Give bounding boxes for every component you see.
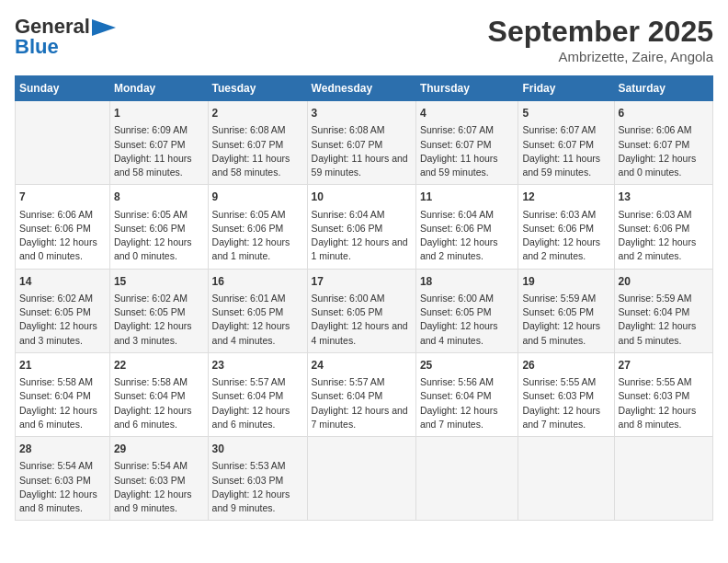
sunrise: Sunrise: 6:07 AM [420, 124, 494, 135]
calendar-cell: 8Sunrise: 6:05 AMSunset: 6:06 PMDaylight… [109, 185, 208, 269]
title-block: September 2025 Ambrizette, Zaire, Angola [488, 15, 713, 64]
calendar-cell: 7Sunrise: 6:06 AMSunset: 6:06 PMDaylight… [16, 185, 110, 269]
sunrise: Sunrise: 5:57 AM [212, 376, 286, 387]
calendar-cell: 19Sunrise: 5:59 AMSunset: 6:05 PMDayligh… [518, 269, 614, 352]
day-number: 24 [312, 358, 412, 373]
sunrise: Sunrise: 6:01 AM [212, 293, 286, 304]
day-number: 19 [522, 274, 609, 290]
daylight: Daylight: 11 hours and 59 minutes. [522, 153, 600, 178]
daylight: Daylight: 12 hours and 3 minutes. [19, 320, 97, 345]
calendar-cell: 21Sunrise: 5:58 AMSunset: 6:04 PMDayligh… [16, 352, 110, 436]
sunrise: Sunrise: 6:06 AM [19, 209, 93, 220]
sunset: Sunset: 6:03 PM [114, 475, 186, 486]
sunset: Sunset: 6:06 PM [19, 223, 91, 234]
sunset: Sunset: 6:03 PM [522, 390, 594, 401]
header-monday: Monday [109, 76, 208, 101]
sunrise: Sunrise: 6:03 AM [522, 209, 596, 220]
day-number: 2 [212, 106, 303, 121]
calendar-cell: 24Sunrise: 5:57 AMSunset: 6:04 PMDayligh… [307, 352, 415, 436]
daylight: Daylight: 12 hours and 2 minutes. [420, 236, 498, 261]
sunset: Sunset: 6:04 PM [114, 390, 186, 401]
calendar-cell: 15Sunrise: 6:02 AMSunset: 6:05 PMDayligh… [109, 269, 208, 352]
sunset: Sunset: 6:03 PM [619, 390, 690, 401]
day-number: 11 [420, 190, 514, 205]
calendar-cell: 5Sunrise: 6:07 AMSunset: 6:07 PMDaylight… [518, 101, 614, 185]
sunset: Sunset: 6:07 PM [114, 139, 186, 150]
calendar-cell: 2Sunrise: 6:08 AMSunset: 6:07 PMDaylight… [208, 101, 307, 185]
daylight: Daylight: 12 hours and 4 minutes. [312, 320, 408, 345]
daylight: Daylight: 12 hours and 1 minute. [212, 236, 290, 261]
day-number: 5 [522, 106, 609, 121]
daylight: Daylight: 12 hours and 7 minutes. [420, 405, 498, 430]
sunset: Sunset: 6:07 PM [522, 139, 594, 150]
sunset: Sunset: 6:04 PM [619, 306, 690, 317]
calendar-cell [307, 437, 415, 521]
sunrise: Sunrise: 5:54 AM [19, 460, 93, 471]
day-number: 30 [212, 442, 303, 457]
sunrise: Sunrise: 6:05 AM [114, 209, 188, 220]
day-number: 8 [114, 190, 204, 205]
page-title: September 2025 [488, 15, 713, 49]
calendar-cell: 17Sunrise: 6:00 AMSunset: 6:05 PMDayligh… [307, 269, 415, 352]
header-saturday: Saturday [614, 76, 712, 101]
calendar-week-1: 1Sunrise: 6:09 AMSunset: 6:07 PMDaylight… [16, 101, 713, 185]
daylight: Daylight: 12 hours and 2 minutes. [522, 236, 600, 261]
daylight: Daylight: 12 hours and 8 minutes. [19, 488, 97, 513]
sunset: Sunset: 6:04 PM [19, 390, 91, 401]
daylight: Daylight: 12 hours and 1 minute. [312, 236, 408, 261]
calendar-week-5: 28Sunrise: 5:54 AMSunset: 6:03 PMDayligh… [16, 437, 713, 521]
sunrise: Sunrise: 5:57 AM [312, 376, 385, 387]
sunset: Sunset: 6:07 PM [420, 139, 492, 150]
day-number: 20 [619, 274, 709, 290]
sunset: Sunset: 6:06 PM [114, 223, 186, 234]
daylight: Daylight: 12 hours and 2 minutes. [619, 236, 697, 261]
calendar-cell: 30Sunrise: 5:53 AMSunset: 6:03 PMDayligh… [208, 437, 307, 521]
daylight: Daylight: 12 hours and 0 minutes. [619, 153, 697, 178]
logo-arrow-icon [92, 19, 116, 36]
calendar-cell: 14Sunrise: 6:02 AMSunset: 6:05 PMDayligh… [16, 269, 110, 352]
day-number: 21 [19, 358, 106, 373]
header-friday: Friday [518, 76, 614, 101]
sunrise: Sunrise: 5:58 AM [19, 376, 93, 387]
header-wednesday: Wednesday [307, 76, 415, 101]
sunset: Sunset: 6:07 PM [212, 139, 284, 150]
sunrise: Sunrise: 6:04 AM [312, 209, 385, 220]
sunset: Sunset: 6:04 PM [312, 390, 383, 401]
daylight: Daylight: 11 hours and 58 minutes. [114, 153, 192, 178]
sunrise: Sunrise: 5:56 AM [420, 376, 494, 387]
calendar-cell: 4Sunrise: 6:07 AMSunset: 6:07 PMDaylight… [415, 101, 518, 185]
day-number: 16 [212, 274, 303, 290]
sunset: Sunset: 6:05 PM [420, 306, 492, 317]
daylight: Daylight: 12 hours and 0 minutes. [114, 236, 192, 261]
calendar-cell: 23Sunrise: 5:57 AMSunset: 6:04 PMDayligh… [208, 352, 307, 436]
svg-marker-0 [92, 19, 116, 36]
sunrise: Sunrise: 5:55 AM [522, 376, 596, 387]
sunset: Sunset: 6:06 PM [312, 223, 383, 234]
daylight: Daylight: 12 hours and 5 minutes. [522, 320, 600, 345]
calendar-cell: 9Sunrise: 6:05 AMSunset: 6:06 PMDaylight… [208, 185, 307, 269]
sunset: Sunset: 6:06 PM [522, 223, 594, 234]
header-tuesday: Tuesday [208, 76, 307, 101]
calendar-cell: 11Sunrise: 6:04 AMSunset: 6:06 PMDayligh… [415, 185, 518, 269]
sunrise: Sunrise: 6:02 AM [114, 293, 188, 304]
day-number: 17 [312, 274, 412, 290]
daylight: Daylight: 12 hours and 9 minutes. [114, 488, 192, 513]
day-number: 15 [114, 274, 204, 290]
daylight: Daylight: 12 hours and 5 minutes. [619, 320, 697, 345]
sunrise: Sunrise: 5:54 AM [114, 460, 188, 471]
calendar-cell: 20Sunrise: 5:59 AMSunset: 6:04 PMDayligh… [614, 269, 712, 352]
daylight: Daylight: 12 hours and 6 minutes. [114, 405, 192, 430]
sunset: Sunset: 6:06 PM [420, 223, 492, 234]
daylight: Daylight: 12 hours and 0 minutes. [19, 236, 97, 261]
calendar-table: SundayMondayTuesdayWednesdayThursdayFrid… [15, 75, 713, 521]
calendar-cell: 28Sunrise: 5:54 AMSunset: 6:03 PMDayligh… [16, 437, 110, 521]
calendar-cell: 29Sunrise: 5:54 AMSunset: 6:03 PMDayligh… [109, 437, 208, 521]
page-subtitle: Ambrizette, Zaire, Angola [488, 49, 713, 64]
sunset: Sunset: 6:04 PM [212, 390, 284, 401]
daylight: Daylight: 12 hours and 4 minutes. [420, 320, 498, 345]
sunrise: Sunrise: 6:00 AM [312, 293, 385, 304]
day-number: 18 [420, 274, 514, 290]
daylight: Daylight: 12 hours and 3 minutes. [114, 320, 192, 345]
calendar-cell: 12Sunrise: 6:03 AMSunset: 6:06 PMDayligh… [518, 185, 614, 269]
calendar-cell: 25Sunrise: 5:56 AMSunset: 6:04 PMDayligh… [415, 352, 518, 436]
